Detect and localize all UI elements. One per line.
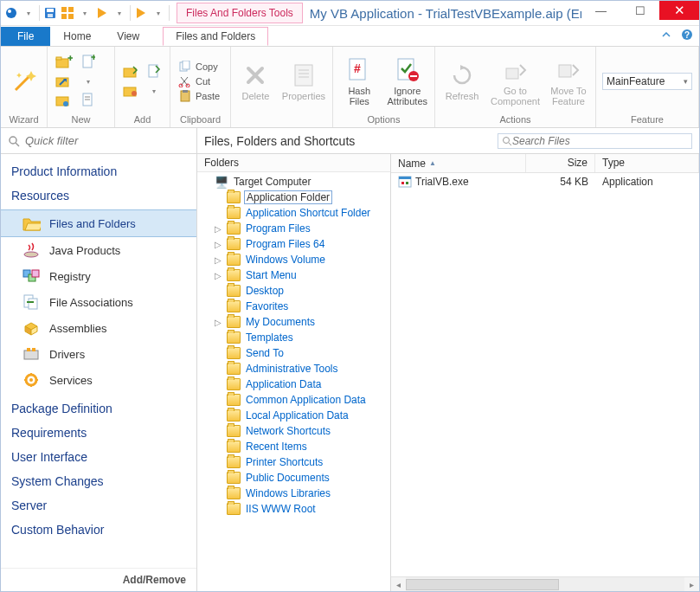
search-files[interactable] <box>498 133 692 149</box>
col-type[interactable]: Type <box>595 154 699 172</box>
nav-item-drivers[interactable]: Drivers <box>1 341 196 367</box>
add-folder-icon[interactable] <box>120 63 143 80</box>
nav-section-server[interactable]: Server <box>1 493 196 518</box>
files-column-header: Name ▲ Size Type <box>391 154 699 173</box>
run-icon[interactable] <box>134 6 148 20</box>
col-size[interactable]: Size <box>526 154 595 172</box>
close-button[interactable]: ✕ <box>659 1 699 20</box>
ignore-attributes-button[interactable]: Ignore Attributes <box>386 55 429 108</box>
folder-tree[interactable]: 🖥️Target ComputerApplication FolderAppli… <box>197 172 390 591</box>
qat-dropdown-2-icon[interactable]: ▾ <box>78 6 92 20</box>
paste-button[interactable]: Paste <box>176 89 222 103</box>
scroll-track[interactable] <box>406 577 684 591</box>
cut-button[interactable]: Cut <box>176 74 222 88</box>
tree-expander-icon[interactable]: ▷ <box>213 318 223 327</box>
add-drop-icon[interactable]: ▾ <box>143 82 165 100</box>
add-temp-icon[interactable] <box>120 82 143 100</box>
scroll-thumb[interactable] <box>406 579 559 590</box>
tree-row[interactable]: Desktop <box>197 283 390 299</box>
delete-button[interactable]: Delete <box>236 60 275 103</box>
tree-row[interactable]: Windows Libraries <box>197 486 390 501</box>
tab-file[interactable]: File <box>1 27 50 46</box>
nav-section-requirements[interactable]: Requirements <box>1 421 196 445</box>
nav-section-custom[interactable]: Custom Behavior <box>1 518 196 542</box>
new-drop-icon[interactable]: ▾ <box>77 73 100 90</box>
tree-row[interactable]: ▷Program Files <box>197 221 390 236</box>
nav-section-ui[interactable]: User Interface <box>1 445 196 469</box>
nav-section-resources[interactable]: Resources <box>1 183 196 208</box>
scroll-right-icon[interactable]: ▸ <box>684 580 699 589</box>
move-to-feature-button[interactable]: Move To Feature <box>547 55 590 108</box>
tree-row[interactable]: Application Data <box>197 376 390 392</box>
nav-item-file-assoc[interactable]: File Associations <box>1 289 196 315</box>
tree-row[interactable]: ▷My Documents <box>197 314 390 330</box>
add-file-icon[interactable] <box>143 63 165 80</box>
nav-item-java[interactable]: Java Products <box>1 237 196 263</box>
properties-button[interactable]: Properties <box>280 60 327 103</box>
tree-expander-icon[interactable]: ▷ <box>213 240 223 249</box>
wizard-button[interactable] <box>6 66 42 97</box>
nav-section-sys-changes[interactable]: System Changes <box>1 469 196 493</box>
svg-rect-45 <box>506 68 518 79</box>
tree-row[interactable]: Printer Shortcuts <box>197 454 390 470</box>
nav-item-services[interactable]: Services <box>1 367 196 393</box>
tree-row[interactable]: Network Shortcuts <box>197 423 390 439</box>
play-icon[interactable] <box>95 6 109 20</box>
nav-item-registry[interactable]: Registry <box>1 263 196 289</box>
nav-section-product-info[interactable]: Product Information <box>1 159 196 183</box>
tab-files-and-folders[interactable]: Files and Folders <box>163 27 268 46</box>
new-file-icon[interactable]: ✚ <box>77 54 100 71</box>
maximize-button[interactable]: ☐ <box>620 1 659 20</box>
tree-row[interactable]: Send To <box>197 345 390 361</box>
nav-item-files-and-folders[interactable]: Files and Folders <box>1 209 196 237</box>
hash-files-button[interactable]: # Hash Files <box>338 55 381 108</box>
tree-row[interactable]: Recent Items <box>197 439 390 454</box>
new-ini-icon[interactable] <box>77 92 100 109</box>
collapse-ribbon-icon[interactable] <box>659 28 673 42</box>
tree-row[interactable]: Public Documents <box>197 470 390 486</box>
tree-row[interactable]: Administrative Tools <box>197 361 390 376</box>
minimize-button[interactable]: — <box>581 1 620 20</box>
tree-row[interactable]: Templates <box>197 330 390 345</box>
qat-dropdown-3-icon[interactable]: ▾ <box>112 6 126 20</box>
horizontal-scrollbar[interactable]: ◂ ▸ <box>391 576 699 591</box>
tree-row[interactable]: Favorites <box>197 299 390 314</box>
goto-component-button[interactable]: Go to Component <box>489 55 542 108</box>
tree-row[interactable]: ▷Windows Volume <box>197 252 390 267</box>
file-row[interactable]: TrialVB.exe54 KBApplication <box>391 173 699 190</box>
copy-button[interactable]: Copy <box>176 60 222 74</box>
nav-item-assemblies[interactable]: Assemblies <box>1 315 196 341</box>
feature-combo[interactable]: MainFeature ▾ <box>602 73 692 90</box>
nav-add-remove[interactable]: Add/Remove <box>1 568 196 591</box>
search-files-input[interactable] <box>512 135 688 147</box>
tab-home[interactable]: Home <box>50 27 104 46</box>
grid-icon[interactable] <box>61 6 74 20</box>
quick-filter-input[interactable] <box>25 134 189 147</box>
scroll-left-icon[interactable]: ◂ <box>391 580 406 589</box>
tree-row[interactable]: ▷Program Files 64 <box>197 236 390 252</box>
new-url-icon[interactable] <box>53 92 75 109</box>
svg-point-47 <box>10 137 16 144</box>
tab-view[interactable]: View <box>104 27 152 46</box>
refresh-button[interactable]: Refresh <box>440 60 484 103</box>
tree-row[interactable]: Application Shortcut Folder <box>197 205 390 221</box>
tree-row[interactable]: IIS WWW Root <box>197 501 390 517</box>
tree-row[interactable]: Local Application Data <box>197 408 390 423</box>
nav-item-label: Assemblies <box>49 322 106 335</box>
save-icon[interactable] <box>43 6 57 20</box>
qat-dropdown-4-icon[interactable]: ▾ <box>151 6 165 20</box>
tree-expander-icon[interactable]: ▷ <box>213 271 223 280</box>
tree-expander-icon[interactable]: ▷ <box>213 224 223 234</box>
nav-section-package-def[interactable]: Package Definition <box>1 396 196 421</box>
new-shortcut-icon[interactable] <box>53 73 75 90</box>
new-folder-icon[interactable]: ✚ <box>53 54 75 71</box>
tree-row[interactable]: 🖥️Target Computer <box>197 174 390 190</box>
tree-row[interactable]: Common Application Data <box>197 392 390 408</box>
qat-dropdown-1-icon[interactable]: ▾ <box>22 6 35 20</box>
tree-row[interactable]: Application Folder <box>197 190 390 205</box>
tree-row[interactable]: ▷Start Menu <box>197 267 390 283</box>
col-name[interactable]: Name ▲ <box>391 154 526 172</box>
tree-expander-icon[interactable]: ▷ <box>213 255 223 265</box>
help-icon[interactable]: ? <box>680 28 694 42</box>
quick-filter[interactable] <box>1 128 196 154</box>
